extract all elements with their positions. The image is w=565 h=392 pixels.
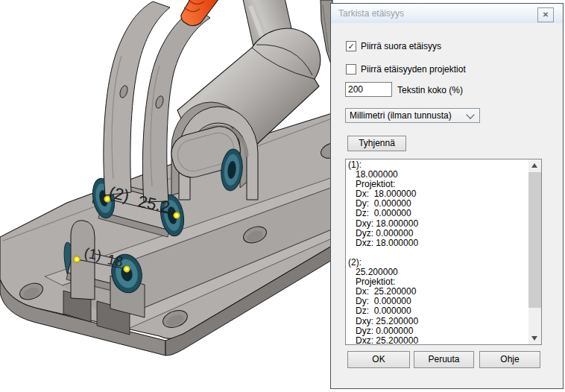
dialog-title: Tarkista etäisyys (338, 8, 404, 19)
close-icon[interactable]: ✕ (537, 7, 554, 22)
cancel-button[interactable]: Peruuta (414, 351, 474, 368)
chevron-down-icon (466, 110, 474, 118)
app-window: (2) 25.2 (1) 18 Tarkista etäisyys ✕ ✓ Pi… (0, 0, 565, 392)
checkbox-draw-projections[interactable] (346, 64, 356, 75)
dialog-titlebar[interactable]: Tarkista etäisyys ✕ (331, 4, 563, 23)
measure-label-1-value: 18 (106, 251, 124, 270)
scroll-down-button[interactable] (528, 332, 541, 344)
help-button[interactable]: Ohje (479, 351, 540, 368)
checkbox-draw-projections-label[interactable]: Piirrä etäisyyden projektiot (361, 64, 466, 75)
results-box[interactable]: (1): 18.000000 Projektiot: Dx: 18.000000… (345, 159, 542, 345)
scroll-up-button[interactable] (528, 159, 541, 171)
results-scrollbar[interactable] (528, 159, 541, 344)
clear-button[interactable]: Tyhjennä (347, 136, 406, 151)
scroll-down-icon (531, 336, 537, 341)
checkbox-draw-straight-label[interactable]: Piirrä suora etäisyys (361, 41, 441, 51)
check-distance-dialog: Tarkista etäisyys ✕ ✓ Piirrä suora etäis… (330, 3, 564, 389)
unit-dropdown-value: Millimetri (ilman tunnusta) (350, 110, 452, 121)
scroll-up-icon (531, 163, 537, 168)
text-size-input[interactable] (345, 82, 392, 97)
measure-label-1-id: (1) (83, 244, 103, 263)
results-text: (1): 18.000000 Projektiot: Dx: 18.000000… (348, 160, 528, 344)
unit-dropdown[interactable]: Millimetri (ilman tunnusta) (345, 108, 480, 123)
text-size-label: Tekstin koko (%) (397, 85, 463, 95)
checkbox-draw-straight[interactable]: ✓ (346, 41, 356, 51)
ok-button[interactable]: OK (347, 351, 410, 368)
handle-grip[interactable] (181, 0, 231, 26)
scrollbar-thumb[interactable] (528, 172, 541, 308)
